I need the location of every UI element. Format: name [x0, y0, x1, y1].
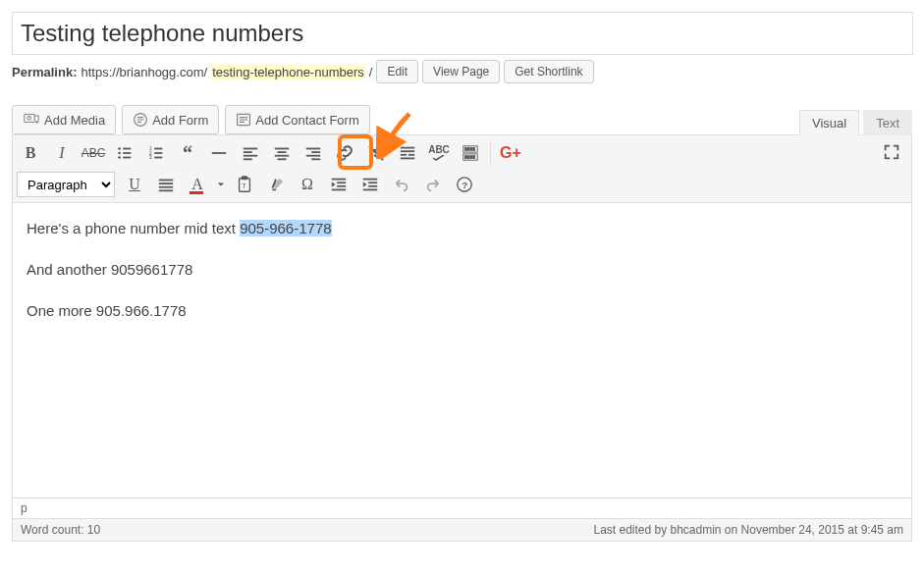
- align-right-button[interactable]: [299, 138, 328, 168]
- svg-rect-11: [123, 157, 131, 159]
- svg-rect-7: [123, 148, 131, 150]
- toolbar: B I ABC 123 “: [13, 135, 911, 203]
- permalink-row: Permalink: https://brianhogg.com/testing…: [12, 60, 912, 83]
- indent-button[interactable]: [355, 170, 385, 199]
- svg-rect-49: [159, 189, 173, 191]
- svg-rect-43: [467, 156, 469, 159]
- camera-music-icon: [23, 112, 40, 128]
- editor-content[interactable]: Here's a phone number mid text 905-966-1…: [13, 203, 911, 497]
- svg-rect-26: [278, 158, 287, 160]
- text-color-dropdown[interactable]: [214, 170, 228, 199]
- unlink-button[interactable]: [361, 138, 391, 168]
- element-path[interactable]: p: [13, 497, 911, 518]
- permalink-label: Permalink:: [12, 65, 77, 79]
- svg-rect-29: [306, 155, 320, 157]
- google-plus-button[interactable]: G+: [496, 138, 525, 168]
- tab-visual[interactable]: Visual: [799, 110, 859, 135]
- svg-point-2: [35, 121, 38, 124]
- hr-button[interactable]: [204, 138, 234, 168]
- help-button[interactable]: ?: [450, 170, 479, 199]
- svg-rect-17: [154, 157, 162, 159]
- word-count: Word count: 10: [21, 523, 100, 537]
- post-title-input[interactable]: [12, 12, 913, 55]
- format-select[interactable]: Paragraph: [17, 172, 115, 197]
- outdent-button[interactable]: [324, 170, 353, 199]
- svg-point-1: [27, 117, 31, 121]
- svg-rect-46: [159, 180, 173, 182]
- svg-rect-30: [311, 158, 320, 160]
- svg-rect-27: [306, 148, 320, 150]
- spellcheck-button[interactable]: ABC: [424, 138, 454, 168]
- toolbar-separator: [490, 142, 491, 164]
- add-form-label: Add Form: [152, 113, 208, 128]
- blockquote-button[interactable]: “: [173, 138, 202, 168]
- content-p1-text: Here's a phone number mid text: [27, 220, 240, 236]
- svg-rect-40: [473, 148, 475, 151]
- link-button[interactable]: [330, 138, 359, 168]
- svg-rect-35: [401, 158, 414, 160]
- strikethrough-button[interactable]: ABC: [79, 138, 108, 168]
- numbered-list-button[interactable]: 123: [141, 138, 171, 168]
- svg-rect-42: [465, 156, 467, 159]
- paste-text-button[interactable]: T: [230, 170, 259, 199]
- more-tag-button[interactable]: [393, 138, 422, 168]
- add-media-label: Add Media: [44, 113, 105, 128]
- bold-button[interactable]: B: [16, 138, 45, 168]
- underline-button[interactable]: U: [120, 170, 149, 199]
- edit-permalink-button[interactable]: Edit: [376, 60, 418, 83]
- svg-rect-15: [154, 152, 162, 154]
- permalink-slug[interactable]: testing-telephone-numbers: [211, 65, 365, 79]
- svg-point-10: [118, 156, 121, 159]
- toolbar-toggle-button[interactable]: [456, 138, 485, 168]
- undo-button[interactable]: [387, 170, 416, 199]
- content-p3[interactable]: One more 905.966.1778: [27, 299, 897, 323]
- add-contact-form-label: Add Contact Form: [255, 113, 359, 128]
- svg-rect-38: [467, 148, 469, 151]
- svg-rect-39: [470, 148, 472, 151]
- add-form-button[interactable]: Add Form: [122, 105, 219, 134]
- svg-rect-51: [242, 177, 246, 180]
- align-left-button[interactable]: [236, 138, 265, 168]
- svg-rect-37: [465, 148, 467, 151]
- svg-rect-9: [123, 152, 131, 154]
- align-justify-button[interactable]: [151, 170, 181, 199]
- content-p1[interactable]: Here's a phone number mid text 905-966-1…: [27, 217, 897, 240]
- text-color-button[interactable]: A: [183, 170, 212, 199]
- content-p2[interactable]: And another 9059661778: [27, 258, 897, 282]
- svg-rect-25: [275, 155, 289, 157]
- status-bar: Word count: 10 Last edited by bhcadmin o…: [13, 518, 911, 541]
- permalink-base: https://brianhogg.com/: [81, 65, 207, 79]
- last-edited: Last edited by bhcadmin on November 24, …: [593, 523, 903, 537]
- svg-rect-32: [401, 150, 414, 152]
- permalink-trail: /: [369, 65, 373, 79]
- content-p1-selection[interactable]: 905-966-1778: [240, 220, 331, 236]
- svg-rect-57: [363, 179, 377, 181]
- svg-rect-28: [311, 151, 320, 153]
- form-icon: [133, 112, 148, 128]
- fullscreen-button[interactable]: [877, 137, 906, 167]
- svg-rect-22: [244, 158, 252, 160]
- svg-text:?: ?: [462, 180, 467, 190]
- svg-text:3: 3: [149, 154, 152, 160]
- svg-rect-23: [275, 148, 289, 150]
- get-shortlink-button[interactable]: Get Shortlink: [504, 60, 593, 83]
- svg-rect-44: [470, 156, 472, 159]
- add-contact-form-button[interactable]: Add Contact Form: [225, 105, 370, 134]
- redo-button[interactable]: [418, 170, 448, 199]
- clear-formatting-button[interactable]: [261, 170, 291, 199]
- italic-button[interactable]: I: [47, 138, 77, 168]
- svg-rect-13: [154, 148, 162, 150]
- editor: B I ABC 123 “: [12, 134, 912, 542]
- contact-form-icon: [236, 112, 251, 128]
- view-page-button[interactable]: View Page: [422, 60, 500, 83]
- tab-text[interactable]: Text: [863, 110, 912, 135]
- svg-rect-55: [337, 185, 346, 187]
- svg-rect-20: [244, 151, 252, 153]
- special-char-button[interactable]: Ω: [293, 170, 322, 199]
- bullet-list-button[interactable]: [110, 138, 139, 168]
- svg-rect-58: [368, 182, 377, 183]
- svg-rect-48: [159, 186, 173, 188]
- align-center-button[interactable]: [267, 138, 297, 168]
- svg-rect-60: [363, 189, 377, 191]
- add-media-button[interactable]: Add Media: [12, 105, 116, 134]
